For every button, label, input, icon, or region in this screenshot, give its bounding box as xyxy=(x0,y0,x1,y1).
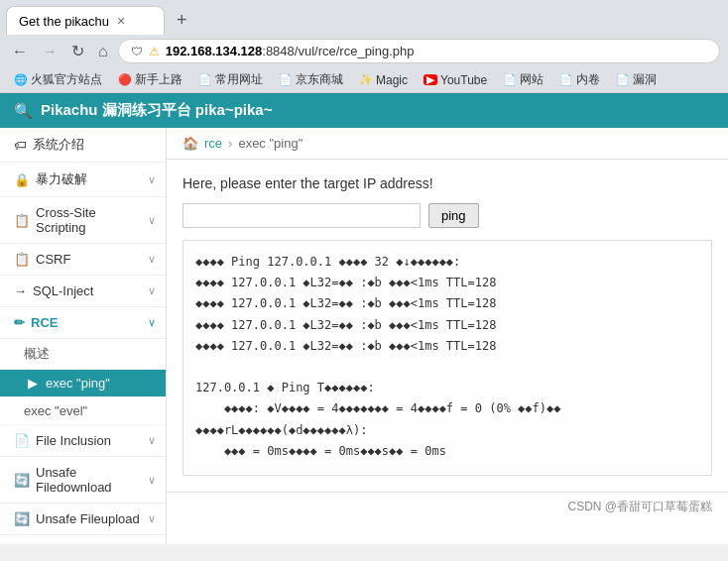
sidebar-item-sys-intro[interactable]: 🏷 系统介绍 xyxy=(0,128,166,163)
home-button[interactable]: ⌂ xyxy=(94,41,112,62)
address-port: :8848 xyxy=(262,44,295,58)
bookmark-label: 新手上路 xyxy=(135,71,182,88)
sidebar-item-file-inclusion[interactable]: 📄 File Inclusion ∨ xyxy=(0,425,166,457)
bookmark-huohu[interactable]: 🌐火狐官方站点 xyxy=(8,69,108,90)
sidebar-item-csrf[interactable]: 📋 CSRF ∨ xyxy=(0,244,166,276)
chevron-icon: ∨ xyxy=(148,173,156,186)
sidebar-item-brute-force[interactable]: 🔒 暴力破解 ∨ xyxy=(0,163,166,197)
bookmark-jd[interactable]: 📄京东商城 xyxy=(273,69,349,90)
active-tab[interactable]: Get the pikachu × xyxy=(6,6,165,35)
home-icon: 🏠 xyxy=(182,136,198,151)
bookmark-label: 内卷 xyxy=(576,71,600,88)
output-line-3: ◆◆◆◆ 127.0.0.1 ◆L32=◆◆ :◆b ◆◆◆<1ms TTL=1… xyxy=(195,294,699,313)
chevron-icon: ∨ xyxy=(148,316,156,329)
new-tab-button[interactable]: + xyxy=(169,6,195,35)
right-content: 🏠 rce › exec "ping" Here, please enter t… xyxy=(167,128,728,544)
file-icon: 📄 xyxy=(14,433,30,448)
tab-title: Get the pikachu xyxy=(19,14,109,29)
output-line-6: 127.0.0.1 ◆ Ping T◆◆◆◆◆◆: xyxy=(195,379,699,397)
sidebar-item-rce[interactable]: ✏ RCE ∨ xyxy=(0,307,166,339)
bookmark-loudong[interactable]: 📄漏洞 xyxy=(610,69,663,90)
search-icon: 🔍 xyxy=(14,102,33,120)
sidebar-item-sql-inject[interactable]: → SQL-Inject ∨ xyxy=(0,276,166,307)
clipboard-icon: 📋 xyxy=(14,252,30,267)
bookmark-youtube[interactable]: ▶YouTube xyxy=(418,71,493,89)
security-icon: 🛡 xyxy=(131,45,143,58)
sidebar-item-xss[interactable]: 📋 Cross-Site Scripting ∨ xyxy=(0,197,166,244)
ping-form: ping xyxy=(182,203,712,228)
sidebar: 🏷 系统介绍 🔒 暴力破解 ∨ 📋 Cross-Site Scripting ∨ xyxy=(0,128,167,544)
instruction-text: Here, please enter the target IP address… xyxy=(182,175,712,191)
bookmark-label: YouTube xyxy=(440,73,487,87)
sidebar-subitem-exec-evel[interactable]: exec "evel" xyxy=(0,397,166,425)
bookmark-icon: 🌐 xyxy=(14,73,28,86)
nav-bar: ← → ↻ ⌂ 🛡 ⚠ 192.168.134.128:8848/vul/rce… xyxy=(0,35,728,67)
back-button[interactable]: ← xyxy=(8,41,32,62)
sidebar-label: SQL-Inject xyxy=(33,283,93,298)
breadcrumb-current: exec "ping" xyxy=(238,136,303,151)
sidebar-label: Unsafe Fileupload xyxy=(36,511,140,526)
breadcrumb-separator: › xyxy=(228,136,232,151)
reload-button[interactable]: ↻ xyxy=(67,40,88,62)
sidebar-item-unsafe-filedownload[interactable]: 🔄 Unsafe Filedownload ∨ xyxy=(0,457,166,504)
bookmark-icon: ✨ xyxy=(359,73,373,86)
sidebar-label: 系统介绍 xyxy=(33,136,84,154)
bookmark-label: Magic xyxy=(376,73,408,87)
bookmark-xinshou[interactable]: 🔴新手上路 xyxy=(112,69,188,90)
ip-input[interactable] xyxy=(182,203,421,228)
tab-close-button[interactable]: × xyxy=(117,13,125,29)
bookmark-label: 网站 xyxy=(520,71,544,88)
address-text: 192.168.134.128:8848/vul/rce/rce_ping.ph… xyxy=(166,44,707,58)
sub-item-label: exec "ping" xyxy=(46,376,110,391)
lock-icon: 🔒 xyxy=(14,172,30,187)
bookmarks-bar: 🌐火狐官方站点 🔴新手上路 📄常用网址 📄京东商城 ✨Magic ▶YouTub… xyxy=(0,67,728,93)
output-line-8: ◆◆◆◆rL◆◆◆◆◆◆(◆d◆◆◆◆◆◆λ): xyxy=(195,421,699,440)
warning-icon: ⚠ xyxy=(149,45,160,58)
sidebar-item-unsafe-fileupload[interactable]: 🔄 Unsafe Fileupload ∨ xyxy=(0,504,166,535)
tag-icon: 🏷 xyxy=(14,138,27,153)
output-line-2: ◆◆◆◆ 127.0.0.1 ◆L32=◆◆ :◆b ◆◆◆<1ms TTL=1… xyxy=(195,274,699,292)
sidebar-label: File Inclusion xyxy=(36,433,111,448)
address-host: 192.168.134.128 xyxy=(166,44,263,58)
browser-chrome: Get the pikachu × + ← → ↻ ⌂ 🛡 ⚠ 192.168.… xyxy=(0,0,728,93)
breadcrumb-link-rce[interactable]: rce xyxy=(204,136,222,151)
sidebar-label: RCE xyxy=(31,315,58,330)
address-bar[interactable]: 🛡 ⚠ 192.168.134.128:8848/vul/rce/rce_pin… xyxy=(118,39,720,63)
tab-bar: Get the pikachu × + xyxy=(0,0,728,35)
pencil-icon: ✏ xyxy=(14,315,25,330)
sub-item-label: exec "evel" xyxy=(24,403,87,418)
bookmark-label: 火狐官方站点 xyxy=(31,71,102,88)
sidebar-label: CSRF xyxy=(36,252,70,267)
sidebar-subitem-overview[interactable]: 概述 xyxy=(0,339,166,370)
bookmark-magic[interactable]: ✨Magic xyxy=(353,71,414,89)
platform-header: 🔍 Pikachu 漏洞练习平台 pika~pika~ xyxy=(0,93,728,128)
bookmark-icon: 📄 xyxy=(279,73,293,86)
bookmark-changyong[interactable]: 📄常用网址 xyxy=(192,69,269,90)
output-line-7: ◆◆◆◆: ◆V◆◆◆◆ = 4◆◆◆◆◆◆◆ = 4◆◆◆◆f = 0 (0%… xyxy=(195,399,699,418)
sidebar-subitem-exec-ping[interactable]: ▶ exec "ping" xyxy=(0,370,166,397)
page-content: Here, please enter the target IP address… xyxy=(167,160,728,492)
output-area: ◆◆◆◆ Ping 127.0.0.1 ◆◆◆◆ 32 ◆↓◆◆◆◆◆◆: ◆◆… xyxy=(182,240,712,476)
output-line-blank xyxy=(195,358,699,377)
chevron-icon: ∨ xyxy=(148,253,156,266)
sidebar-label: Unsafe Filedownload xyxy=(36,465,148,495)
upload-icon: 🔄 xyxy=(14,511,30,526)
chevron-icon: ∨ xyxy=(148,474,156,487)
output-line-4: ◆◆◆◆ 127.0.0.1 ◆L32=◆◆ :◆b ◆◆◆<1ms TTL=1… xyxy=(195,316,699,335)
chevron-icon: ∨ xyxy=(148,434,156,447)
sidebar-label: Cross-Site Scripting xyxy=(36,205,148,235)
bookmark-icon: 📄 xyxy=(198,73,212,86)
bookmark-icon: 🔴 xyxy=(118,73,132,86)
bookmark-icon: 📄 xyxy=(559,73,573,86)
arrow-icon: → xyxy=(14,283,27,298)
ping-button[interactable]: ping xyxy=(428,203,479,228)
bookmark-icon: 📄 xyxy=(616,73,630,86)
chevron-icon: ∨ xyxy=(148,512,156,525)
bookmark-neijuan[interactable]: 📄内卷 xyxy=(553,69,606,90)
youtube-icon: ▶ xyxy=(424,74,437,85)
bookmark-wangzhan[interactable]: 📄网站 xyxy=(497,69,549,90)
clipboard-icon: 📋 xyxy=(14,213,30,228)
breadcrumb: 🏠 rce › exec "ping" xyxy=(167,128,728,160)
forward-button[interactable]: → xyxy=(38,41,61,62)
output-line-9: ◆◆◆ = 0ms◆◆◆◆ = 0ms◆◆◆s◆◆ = 0ms xyxy=(195,442,699,461)
